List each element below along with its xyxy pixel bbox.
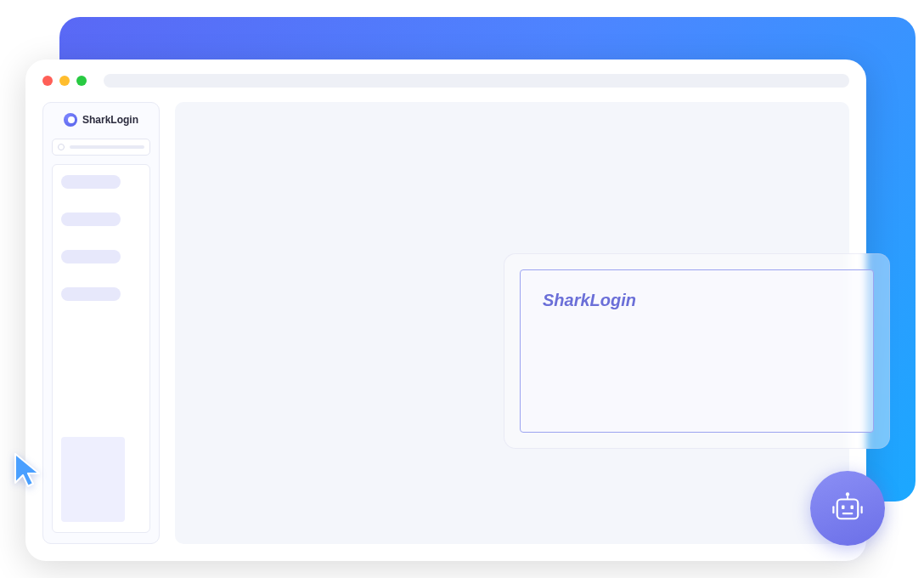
sidebar-preview-block[interactable] bbox=[61, 437, 125, 522]
floating-panel[interactable]: SharkLogin bbox=[504, 253, 890, 449]
svg-rect-2 bbox=[837, 500, 859, 519]
robot-icon bbox=[830, 490, 865, 526]
sidebar-item[interactable] bbox=[61, 212, 121, 226]
address-bar[interactable] bbox=[104, 74, 849, 88]
sidebar-title: SharkLogin bbox=[82, 114, 138, 126]
sidebar-item[interactable] bbox=[61, 175, 121, 189]
traffic-lights bbox=[42, 76, 87, 86]
browser-chrome bbox=[25, 60, 866, 102]
sharklogin-logo-icon bbox=[64, 113, 77, 127]
sidebar-item[interactable] bbox=[61, 250, 121, 264]
search-placeholder-line bbox=[70, 145, 144, 149]
sidebar-item[interactable] bbox=[61, 287, 121, 301]
svg-rect-4 bbox=[851, 506, 854, 509]
robot-assistant-button[interactable] bbox=[810, 471, 885, 546]
close-window-button[interactable] bbox=[42, 76, 53, 86]
floating-panel-title: SharkLogin bbox=[543, 291, 851, 310]
sidebar-search-input[interactable] bbox=[52, 139, 150, 156]
search-icon bbox=[58, 144, 65, 150]
cursor-icon bbox=[8, 450, 49, 495]
sidebar: SharkLogin bbox=[42, 102, 160, 544]
floating-panel-inner: SharkLogin bbox=[520, 269, 874, 433]
sidebar-header: SharkLogin bbox=[52, 113, 150, 127]
minimize-window-button[interactable] bbox=[59, 76, 70, 86]
svg-rect-3 bbox=[842, 506, 845, 509]
sidebar-list bbox=[52, 164, 150, 533]
maximize-window-button[interactable] bbox=[76, 76, 87, 86]
svg-point-0 bbox=[846, 492, 849, 496]
